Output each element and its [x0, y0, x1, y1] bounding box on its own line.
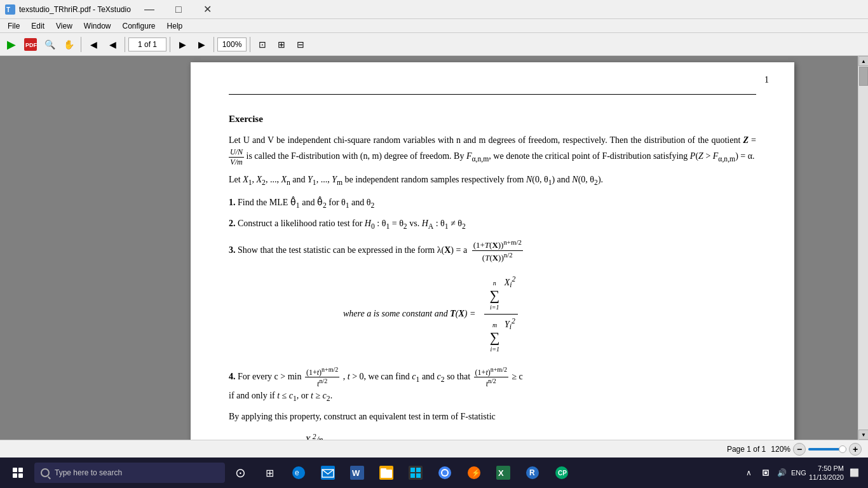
- paragraph-2: Let X1, X2, ..., Xn and Y1, ..., Ym be i…: [229, 173, 756, 189]
- svg-rect-15: [416, 468, 421, 472]
- taskbar-btn2[interactable]: ⚡: [460, 459, 488, 487]
- taskbar-search-btn[interactable]: ⊙: [226, 459, 254, 487]
- taskbar-chrome[interactable]: [431, 459, 459, 487]
- pdf-area[interactable]: 1 Exercise Let U and V be independent ch…: [127, 56, 858, 440]
- left-panel: [0, 56, 127, 440]
- menu-window[interactable]: Window: [79, 20, 116, 32]
- search-box[interactable]: Type here to search: [34, 463, 225, 483]
- sys-tray: ∧ 🔊 ENG 7:50 PM 11/13/2020 ⬜: [738, 464, 865, 482]
- svg-rect-16: [410, 473, 415, 478]
- tray-speaker[interactable]: 🔊: [776, 466, 789, 479]
- taskbar-cp[interactable]: CP: [548, 459, 576, 487]
- view-btn-3[interactable]: ⊟: [292, 36, 309, 53]
- hand-tool-button[interactable]: ✋: [60, 36, 78, 53]
- separator-3: [170, 37, 170, 52]
- svg-text:R: R: [529, 468, 535, 477]
- svg-text:PDF: PDF: [25, 42, 37, 48]
- menu-view[interactable]: View: [51, 20, 78, 32]
- taskbar-task-view[interactable]: ⊞: [255, 459, 283, 487]
- app-icon: T: [5, 4, 15, 15]
- minimize-button[interactable]: —: [135, 0, 164, 19]
- scroll-up-button[interactable]: ▲: [858, 56, 868, 66]
- separator-2: [125, 37, 125, 52]
- zoom-value: 120%: [771, 445, 790, 454]
- menu-edit[interactable]: Edit: [26, 20, 50, 32]
- zoom-bar[interactable]: [808, 448, 846, 451]
- scrollbar-track[interactable]: [858, 66, 868, 430]
- taskbar-edge[interactable]: e: [285, 459, 313, 487]
- prev-button[interactable]: ◀: [104, 36, 121, 53]
- exercise-title: Exercise: [229, 114, 756, 125]
- svg-text:CP: CP: [558, 470, 567, 477]
- taskbar-word[interactable]: W: [343, 459, 371, 487]
- item-2: 2. Construct a likelihood ratio test for…: [229, 217, 756, 233]
- tray-network[interactable]: [759, 466, 772, 479]
- clock-time: 7:50 PM: [809, 464, 844, 473]
- next-page-button[interactable]: ▶: [193, 36, 210, 53]
- zoom-minus-button[interactable]: −: [793, 443, 806, 456]
- taskbar-files[interactable]: [372, 459, 400, 487]
- pdf-page: 1 Exercise Let U and V be independent ch…: [191, 62, 794, 440]
- f-equation: F = n ∑ i=1 Xi2/n Yi2/m .: [267, 430, 756, 440]
- tray-lang[interactable]: ENG: [792, 466, 805, 479]
- menubar: File Edit View Window Configure Help: [0, 19, 868, 33]
- separator-4: [214, 37, 214, 52]
- titlebar: T texstudio_TRhriR.pdf - TeXstudio — □ ✕: [0, 0, 868, 19]
- svg-rect-14: [410, 468, 415, 472]
- statusbar: Page 1 of 1 120% − +: [0, 440, 868, 458]
- taskbar-app1[interactable]: [402, 459, 430, 487]
- pdf-icon-button[interactable]: PDF: [22, 36, 39, 53]
- search-placeholder: Type here to search: [55, 468, 122, 477]
- scroll-down-button[interactable]: ▼: [858, 430, 868, 440]
- close-button[interactable]: ✕: [193, 0, 222, 19]
- taskbar-r[interactable]: R: [519, 459, 546, 487]
- svg-text:X: X: [498, 468, 504, 478]
- scrollbar[interactable]: ▲ ▼: [858, 56, 868, 440]
- svg-rect-17: [416, 473, 421, 478]
- zoom-plus-button[interactable]: +: [849, 443, 862, 456]
- page-status: Page 1 of 1: [727, 445, 766, 454]
- next-button[interactable]: ▶: [173, 36, 191, 53]
- main-area: 1 Exercise Let U and V be independent ch…: [0, 56, 868, 440]
- play-button[interactable]: ▶: [3, 36, 20, 53]
- tray-up-arrow[interactable]: ∧: [743, 466, 756, 479]
- menu-file[interactable]: File: [3, 20, 25, 32]
- page-number: 1: [764, 75, 769, 85]
- zoom-handle[interactable]: [839, 445, 846, 453]
- menu-configure[interactable]: Configure: [118, 20, 161, 32]
- toolbar: ▶ PDF 🔍 ✋ ◀ ◀ ▶ ▶ ⊡ ⊞ ⊟: [0, 33, 868, 56]
- maximize-button[interactable]: □: [164, 0, 193, 19]
- tx-equation: where a is some constant and T(X) = n ∑ …: [343, 273, 756, 355]
- taskbar-mail[interactable]: [314, 459, 342, 487]
- svg-text:T: T: [6, 6, 10, 13]
- prev-page-button[interactable]: ◀: [85, 36, 102, 53]
- scrollbar-thumb[interactable]: [859, 67, 868, 86]
- taskbar-excel[interactable]: X: [489, 459, 517, 487]
- svg-text:W: W: [352, 468, 360, 478]
- separator-1: [81, 37, 81, 52]
- system-clock[interactable]: 7:50 PM 11/13/2020: [809, 464, 844, 482]
- search-icon: [41, 468, 50, 477]
- svg-text:⚡: ⚡: [471, 468, 480, 477]
- view-btn-2[interactable]: ⊞: [273, 36, 290, 53]
- item-3: 3. Show that the test statistic can be e…: [229, 238, 756, 263]
- svg-point-20: [442, 470, 447, 475]
- window-controls: — □ ✕: [135, 0, 222, 19]
- view-btn-1[interactable]: ⊡: [254, 36, 271, 53]
- menu-help[interactable]: Help: [162, 20, 188, 32]
- page-rule: [229, 94, 756, 95]
- item-1: 1. Find the MLE θ̂1 and θ̂2 for θ1 and θ…: [229, 196, 756, 212]
- separator-5: [250, 37, 250, 52]
- clock-date: 11/13/2020: [809, 473, 844, 482]
- titlebar-title: texstudio_TRhriR.pdf - TeXstudio: [19, 5, 131, 14]
- page-input[interactable]: [128, 37, 166, 51]
- show-desktop-button[interactable]: ⬜: [848, 466, 860, 479]
- search-button[interactable]: 🔍: [41, 36, 58, 53]
- svg-text:e: e: [295, 468, 299, 477]
- start-button[interactable]: [3, 458, 33, 488]
- windows-icon: [13, 468, 23, 478]
- zoom-input[interactable]: [217, 37, 247, 51]
- pdf-content: Let U and V be independent chi-square ra…: [229, 133, 756, 440]
- item-4: 4. For every c > min (1+t)n+m/2 tn/2 , t…: [229, 366, 756, 405]
- paragraph-final: By applying this property, construct an …: [229, 410, 756, 424]
